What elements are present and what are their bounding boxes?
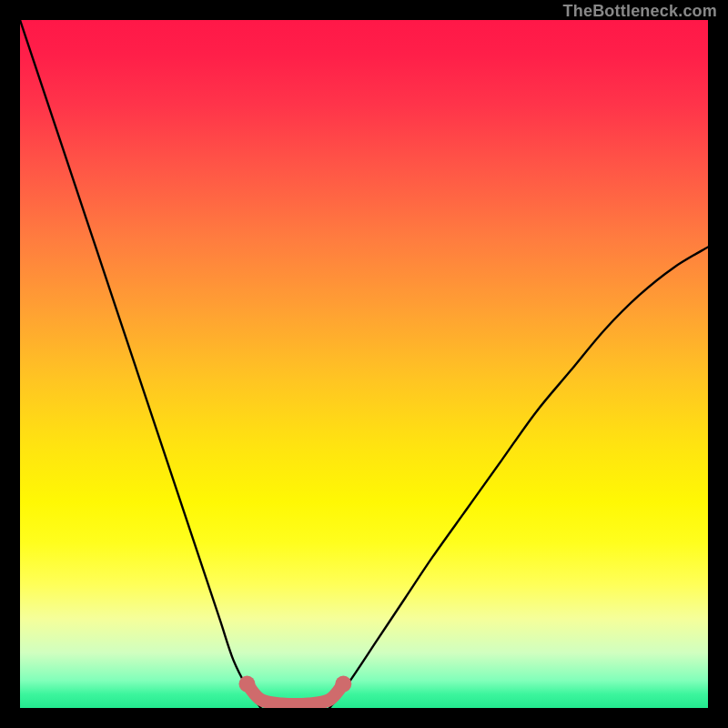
curve-right-path xyxy=(329,247,708,708)
highlight-path xyxy=(247,684,343,704)
highlight-dot-right xyxy=(335,676,351,693)
plot-area xyxy=(20,20,708,708)
curve-left-path xyxy=(20,20,261,708)
highlight-band xyxy=(238,676,351,704)
highlight-dot-left xyxy=(238,676,255,693)
curve-right xyxy=(329,247,708,708)
chart-svg xyxy=(20,20,708,708)
curve-left xyxy=(20,20,261,708)
chart-container: TheBottleneck.com xyxy=(0,0,728,728)
watermark: TheBottleneck.com xyxy=(563,2,717,21)
